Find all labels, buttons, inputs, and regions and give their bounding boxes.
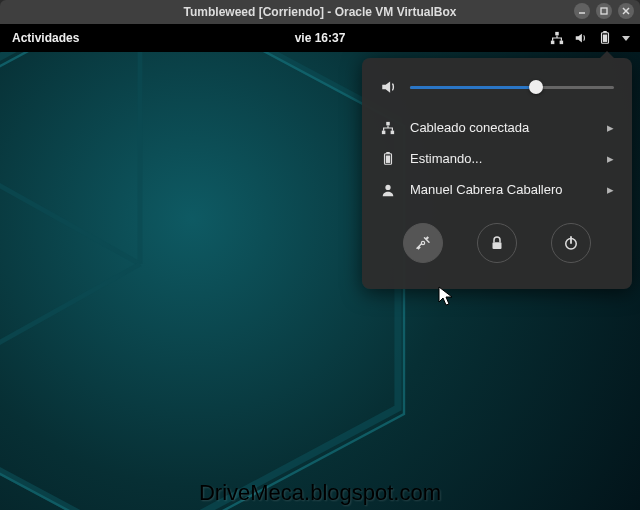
svg-rect-1 (601, 8, 607, 14)
menu-item-network[interactable]: Cableado conectada ▸ (362, 112, 632, 143)
svg-rect-10 (551, 41, 555, 45)
svg-line-7 (0, 120, 140, 264)
lock-icon (488, 234, 506, 252)
svg-rect-13 (603, 31, 607, 33)
activities-button[interactable]: Actividades (0, 31, 91, 45)
svg-rect-16 (382, 130, 386, 134)
minimize-icon (577, 6, 587, 16)
power-icon (562, 234, 580, 252)
menu-item-label: Cableado conectada (410, 120, 593, 135)
chevron-down-icon (622, 36, 630, 41)
guest-desktop[interactable]: Actividades vie 16:37 Cab (0, 24, 640, 510)
svg-rect-19 (386, 152, 390, 154)
volume-icon (380, 78, 398, 96)
svg-rect-20 (386, 155, 390, 162)
battery-icon (598, 31, 612, 45)
menu-item-user[interactable]: Manuel Cabrera Caballero ▸ (362, 174, 632, 205)
volume-icon (574, 31, 588, 45)
lock-button[interactable] (477, 223, 517, 263)
gnome-top-bar[interactable]: Actividades vie 16:37 (0, 24, 640, 52)
cursor-pointer (438, 286, 454, 308)
volume-slider-fill (410, 86, 536, 89)
volume-slider-thumb[interactable] (529, 80, 543, 94)
menu-item-label: Estimando... (410, 151, 593, 166)
watermark-text: DriveMeca.blogspot.com (199, 480, 441, 506)
power-button[interactable] (551, 223, 591, 263)
svg-rect-15 (386, 121, 390, 125)
host-titlebar[interactable]: Tumbleweed [Corriendo] - Oracle VM Virtu… (0, 0, 640, 24)
menu-item-battery[interactable]: Estimando... ▸ (362, 143, 632, 174)
system-buttons-row (362, 205, 632, 271)
settings-button[interactable] (403, 223, 443, 263)
host-title: Tumbleweed [Corriendo] - Oracle VM Virtu… (184, 5, 457, 19)
maximize-icon (599, 6, 609, 16)
svg-rect-9 (555, 32, 559, 36)
close-button[interactable] (618, 3, 634, 19)
menu-item-label: Manuel Cabrera Caballero (410, 182, 593, 197)
user-icon (380, 183, 396, 197)
svg-point-21 (385, 184, 390, 189)
host-window-controls (574, 3, 634, 19)
svg-rect-17 (391, 130, 395, 134)
volume-row (362, 58, 632, 112)
maximize-button[interactable] (596, 3, 612, 19)
system-status-menu: Cableado conectada ▸ Estimando... ▸ Manu… (362, 58, 632, 289)
virtualbox-window: Tumbleweed [Corriendo] - Oracle VM Virtu… (0, 0, 640, 510)
chevron-right-icon: ▸ (607, 182, 614, 197)
svg-marker-4 (0, 24, 398, 510)
minimize-button[interactable] (574, 3, 590, 19)
network-wired-icon (550, 31, 564, 45)
svg-rect-11 (560, 41, 564, 45)
chevron-right-icon: ▸ (607, 151, 614, 166)
svg-rect-14 (603, 35, 607, 42)
chevron-right-icon: ▸ (607, 120, 614, 135)
settings-icon (414, 234, 432, 252)
volume-slider[interactable] (410, 86, 614, 89)
svg-point-22 (421, 241, 424, 244)
svg-line-8 (0, 264, 140, 408)
clock[interactable]: vie 16:37 (295, 31, 346, 45)
network-wired-icon (380, 121, 396, 135)
battery-icon (380, 152, 396, 166)
close-icon (621, 6, 631, 16)
status-area[interactable] (550, 31, 630, 45)
svg-rect-23 (493, 242, 502, 249)
